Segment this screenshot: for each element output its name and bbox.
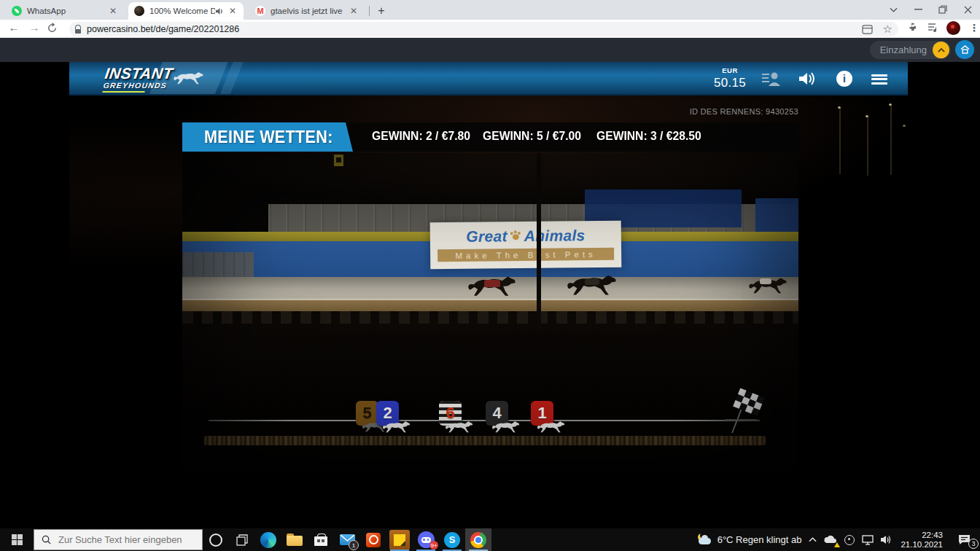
onedrive-warning-icon[interactable] [820, 528, 841, 551]
racing-dog-1 [465, 276, 522, 299]
checkered-flag-icon [723, 388, 767, 436]
tab-close-icon[interactable]: ✕ [349, 6, 359, 16]
lamp-post [839, 109, 841, 174]
warning-triangle [834, 542, 840, 547]
taskbar-mail[interactable]: 1 [334, 528, 360, 551]
weather-moon-cloud-icon [697, 534, 713, 547]
back-button[interactable]: ← [6, 21, 22, 34]
tab-audio-icon[interactable] [215, 7, 223, 15]
new-tab-button[interactable]: + [373, 4, 389, 18]
taskbar-discord[interactable]: 9+ [413, 528, 439, 551]
racing-dog-2 [564, 274, 623, 298]
tab-whatsapp[interactable]: WhatsApp ✕ [6, 2, 124, 20]
chrome-icon [470, 532, 486, 548]
media-controls-icon[interactable] [928, 22, 939, 34]
edge-icon [260, 532, 276, 548]
browser-menu-kebab-icon[interactable]: ⋮ [969, 22, 979, 34]
cortana-icon [209, 534, 222, 547]
dark-foreground [182, 324, 798, 470]
address-bar[interactable]: powercasino.bet/de/game/202201286 ☆ [69, 22, 898, 36]
game-stage: ID DES RENNENS: 9430253 MEINE WETTEN: GE… [69, 95, 908, 528]
dog-jacket-dark [585, 278, 599, 285]
menu-hamburger-icon[interactable] [871, 70, 890, 90]
action-center-button[interactable]: 3 [948, 528, 980, 551]
window-restore-button[interactable] [933, 3, 952, 16]
logo-line1: INSTANT [104, 66, 174, 81]
site-topbar [0, 38, 980, 62]
taskbar-store[interactable] [308, 528, 334, 551]
bookmark-star-icon[interactable]: ☆ [883, 23, 892, 36]
task-view-icon [236, 534, 248, 546]
discord-badge: 9+ [429, 541, 438, 550]
office-icon [366, 533, 381, 547]
home-button[interactable] [955, 40, 974, 59]
search-icon [42, 535, 51, 544]
dirt-strip [204, 436, 766, 445]
taskbar-clock[interactable]: 22:43 21.10.2021 [895, 528, 948, 551]
bet-win-1: GEWINN: 2 / €7.80 [372, 129, 470, 143]
logo-line2: GREYHOUNDS [103, 82, 171, 90]
tab-close-icon[interactable]: ✕ [108, 6, 118, 16]
tab-title: gtaelvis ist jetzt live auf Twitch - [271, 7, 344, 15]
volume-icon[interactable] [877, 528, 895, 551]
tray-app-icon[interactable] [841, 528, 858, 551]
my-bets-title: MEINE WETTEN: [204, 128, 333, 147]
balance-currency: EUR [709, 67, 750, 74]
taskbar-skype[interactable]: S [439, 528, 465, 551]
deposit-chevron-up-icon[interactable] [933, 42, 949, 58]
logo-underline [102, 91, 144, 93]
window-minimize-button[interactable] [909, 3, 928, 16]
trap-marker-4: 4 [486, 401, 519, 448]
taskbar-edge[interactable] [255, 528, 281, 551]
deposit-button[interactable]: Einzahlung [870, 41, 951, 59]
tab-close-icon[interactable]: ✕ [228, 6, 238, 16]
weather-widget[interactable]: 6°C Regen klingt ab [693, 528, 806, 551]
paw-icon [513, 234, 519, 240]
sticky-notes-icon [389, 530, 410, 550]
start-button[interactable] [0, 528, 34, 551]
microsoft-store-icon [314, 534, 327, 547]
cortana-button[interactable] [203, 528, 229, 551]
info-icon[interactable]: i [835, 70, 854, 87]
bet-history-icon[interactable] [762, 70, 781, 87]
tab-gmail[interactable]: M gtaelvis ist jetzt live auf Twitch - ✕ [249, 2, 365, 20]
extensions-icon[interactable] [908, 23, 919, 34]
taskbar-chrome-active[interactable] [465, 528, 491, 551]
file-explorer-icon [287, 534, 303, 546]
system-tray: 6°C Regen klingt ab 22:43 21.10.2021 [693, 528, 980, 551]
profile-avatar[interactable] [946, 21, 960, 35]
racing-dog-3 [748, 276, 790, 297]
bookmark-sidebar-icon[interactable] [862, 25, 873, 34]
taskbar-explorer[interactable] [281, 528, 308, 551]
trap-marker-1: 1 [531, 401, 564, 448]
race-id-label: ID DES RENNENS: 9430253 [690, 107, 798, 116]
lamp-light [866, 115, 868, 117]
task-view-button[interactable] [229, 528, 255, 551]
whatsapp-icon [12, 6, 22, 16]
sand-track [182, 300, 798, 311]
taskbar-sticky-notes[interactable] [386, 528, 413, 551]
taskbar-search[interactable] [34, 529, 203, 550]
ad-tagline: Make The Best Pets [438, 248, 614, 262]
window-close-button[interactable] [958, 3, 977, 16]
taskbar-office[interactable] [360, 528, 386, 551]
balance-display: EUR 50.15 [709, 67, 750, 89]
forward-button[interactable]: → [26, 21, 42, 34]
tab-search-chevron-icon[interactable] [884, 3, 903, 16]
tab-casino-active[interactable]: 100% Welcome Deposit Bon ✕ [128, 2, 244, 20]
browser-tab-strip: WhatsApp ✕ 100% Welcome Deposit Bon ✕ M … [0, 0, 980, 20]
ad-word-right: Animals [524, 227, 586, 245]
network-icon[interactable] [858, 528, 877, 551]
race-video[interactable]: Great Animals Make The Best Pets 5 2 [182, 153, 798, 470]
tray-chevron-up[interactable] [805, 528, 820, 551]
deposit-label: Einzahlung [880, 44, 927, 55]
bet-win-2: GEWINN: 5 / €7.00 [483, 129, 581, 143]
reload-button[interactable] [47, 23, 58, 34]
lamp-light [889, 103, 892, 106]
trap-marker-6: 6 [439, 401, 472, 448]
search-input[interactable] [57, 534, 191, 546]
lamp-light [838, 106, 841, 109]
tab-title: 100% Welcome Deposit Bon [149, 7, 215, 15]
windows-taskbar: 1 9+ S [0, 528, 980, 551]
sound-icon[interactable] [798, 70, 817, 87]
